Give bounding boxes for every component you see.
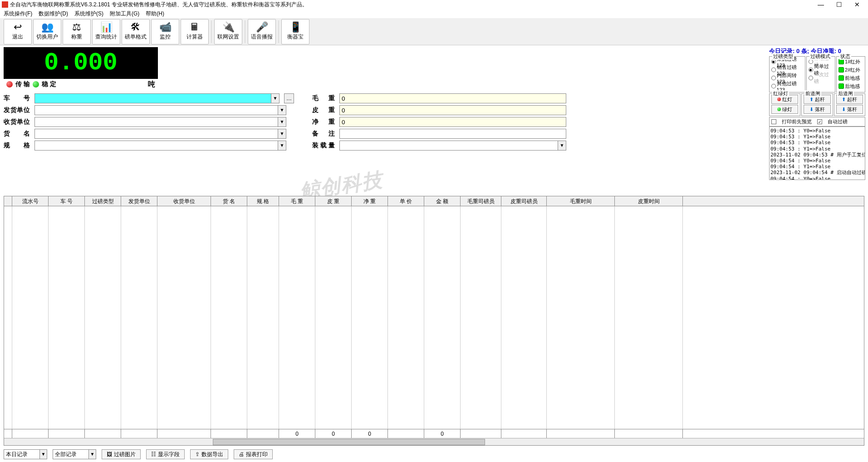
column-header[interactable]: 单 价 (388, 196, 424, 206)
column-header[interactable]: 发货单位 (121, 196, 157, 206)
minimize-button[interactable]: — (816, 1, 825, 8)
auto-checkbox[interactable]: ✓ (817, 119, 822, 124)
menu-item[interactable]: 附加工具(G) (110, 10, 139, 18)
spec-combo[interactable]: ▼ (34, 141, 286, 151)
footer-cell (501, 429, 547, 438)
footer-cell (85, 429, 121, 438)
toolbar-联网设置[interactable]: 🔌联网设置 (214, 19, 242, 44)
load-combo[interactable]: ▼ (339, 141, 566, 151)
column-header[interactable]: 毛重司磅员 (461, 196, 501, 206)
toolbar-称重[interactable]: ⚖称重 (63, 19, 91, 44)
net-label: 净 重 (312, 118, 335, 126)
vehicle-more-button[interactable]: … (284, 93, 294, 103)
data-grid[interactable]: 流水号车 号过磅类型发货单位收货单位货 名规 格毛 重皮 重净 重单 价金 额毛… (4, 196, 864, 446)
sender-label: 发货单位 (4, 106, 30, 114)
dropdown-icon[interactable]: ▼ (278, 129, 286, 138)
transmit-indicator (6, 81, 13, 88)
footer-cell (547, 429, 615, 438)
dropdown-icon[interactable]: ▼ (278, 106, 286, 115)
gate2-down-button[interactable]: ⬇落杆 (836, 105, 863, 114)
weigh-image-button[interactable]: 🖼过磅图片 (102, 449, 141, 459)
footer-cell: 0 (315, 429, 352, 438)
dropdown-icon[interactable]: ▼ (278, 141, 286, 150)
tare-input[interactable] (339, 105, 566, 115)
status-title: 状态 (839, 53, 851, 60)
toolbar-语音播报[interactable]: 🎤语音播报 (248, 19, 276, 44)
toolbar-计算器[interactable]: 🖩计算器 (181, 19, 209, 44)
column-header[interactable]: 净 重 (352, 196, 388, 206)
column-header[interactable]: 过磅类型 (85, 196, 121, 206)
radio-other[interactable] (771, 84, 776, 88)
net-input[interactable] (339, 117, 566, 127)
footer-cell (121, 429, 157, 438)
footer-cell (388, 429, 424, 438)
column-header[interactable]: 皮重司磅员 (501, 196, 547, 206)
gate2-title: 后道闸 (837, 90, 854, 97)
退出-icon: ↩ (14, 22, 22, 32)
toolbar-切换用户[interactable]: 👥切换用户 (33, 19, 61, 44)
column-header[interactable]: 毛重时间 (547, 196, 615, 206)
sensor-front-indicator (839, 75, 844, 81)
footer-cell: 0 (352, 429, 388, 438)
toolbar-衡器宝[interactable]: 📱衡器宝 (281, 19, 309, 44)
receiver-combo[interactable]: ▼ (34, 117, 286, 127)
磅单格式-icon: 🛠 (131, 22, 141, 32)
close-button[interactable]: ✕ (853, 1, 862, 8)
print-button[interactable]: 🖨报表打印 (234, 449, 273, 459)
column-header[interactable]: 流水号 (12, 196, 49, 206)
export-button[interactable]: ⇪数据导出 (190, 449, 228, 459)
radio-standard (809, 59, 813, 64)
语音播报-icon: 🎤 (256, 22, 268, 32)
menu-item[interactable]: 系统维护(S) (74, 10, 103, 18)
menu-item[interactable]: 系统操作(F) (4, 10, 32, 18)
toolbar-查询统计[interactable]: 📊查询统计 (92, 19, 120, 44)
dropdown-icon[interactable]: ▼ (271, 94, 279, 103)
radio-purchase[interactable] (771, 59, 776, 64)
column-header[interactable]: 收货单位 (157, 196, 211, 206)
dropdown-icon[interactable]: ▼ (278, 117, 286, 126)
dropdown-icon[interactable]: ▼ (558, 141, 566, 150)
column-header[interactable]: 皮 重 (315, 196, 352, 206)
gross-input[interactable] (339, 93, 566, 103)
column-header[interactable]: 毛 重 (279, 196, 315, 206)
date-filter-combo[interactable]: 本日记录▼ (4, 449, 47, 459)
vehicle-combo[interactable]: ▼ (34, 93, 280, 103)
maximize-button[interactable]: ☐ (834, 1, 843, 8)
column-header[interactable]: 金 额 (424, 196, 461, 206)
footer-cell (12, 429, 49, 438)
log-area[interactable]: 09:04:53 : Y0=>False 09:04:53 : Y1=>Fals… (769, 126, 865, 180)
footer-cell (4, 429, 12, 438)
green-light-button[interactable]: 绿灯 (771, 105, 798, 114)
menu-item[interactable]: 帮助(H) (146, 10, 164, 18)
衡器宝-icon: 📱 (289, 22, 302, 32)
gate1-down-button[interactable]: ⬇落杆 (804, 105, 830, 114)
radio-sale[interactable] (771, 68, 776, 72)
column-header[interactable]: 车 号 (49, 196, 85, 206)
column-header[interactable]: 皮重时间 (615, 196, 683, 206)
radio-internal[interactable] (771, 76, 776, 80)
ir2-indicator (839, 67, 844, 73)
menu-item[interactable]: 数据维护(D) (39, 10, 68, 18)
goods-combo[interactable]: ▼ (34, 129, 286, 139)
transmit-label: 传 输 (15, 80, 30, 88)
footer-cell (461, 429, 501, 438)
weighmode-title: 过磅模式 (809, 53, 831, 60)
toolbar-监控[interactable]: 📹监控 (151, 19, 179, 44)
toolbar-磅单格式[interactable]: 🛠磅单格式 (122, 19, 150, 44)
menubar: 系统操作(F)数据维护(D)系统维护(S)附加工具(G)帮助(H) (0, 9, 868, 18)
preview-checkbox[interactable] (771, 119, 776, 124)
gate1-title: 前道闸 (804, 90, 821, 97)
column-header[interactable]: 规 格 (247, 196, 279, 206)
column-header[interactable]: 货 名 (211, 196, 247, 206)
vehicle-label: 车 号 (4, 94, 30, 102)
column-header[interactable] (4, 196, 12, 206)
unit-label: 吨 (148, 80, 155, 89)
horizontal-scrollbar[interactable] (4, 438, 864, 445)
show-fields-button[interactable]: ☷显示字段 (146, 449, 185, 459)
window-title: 全自动汽车衡物联网称重系统V6.3.2.1801 专业研发销售维修电子地磅、无人… (10, 1, 816, 9)
toolbar-退出[interactable]: ↩退出 (4, 19, 32, 44)
record-filter-combo[interactable]: 全部记录▼ (53, 449, 96, 459)
sender-combo[interactable]: ▼ (34, 105, 286, 115)
remark-input[interactable] (339, 129, 566, 139)
radio-simple[interactable] (809, 68, 813, 72)
